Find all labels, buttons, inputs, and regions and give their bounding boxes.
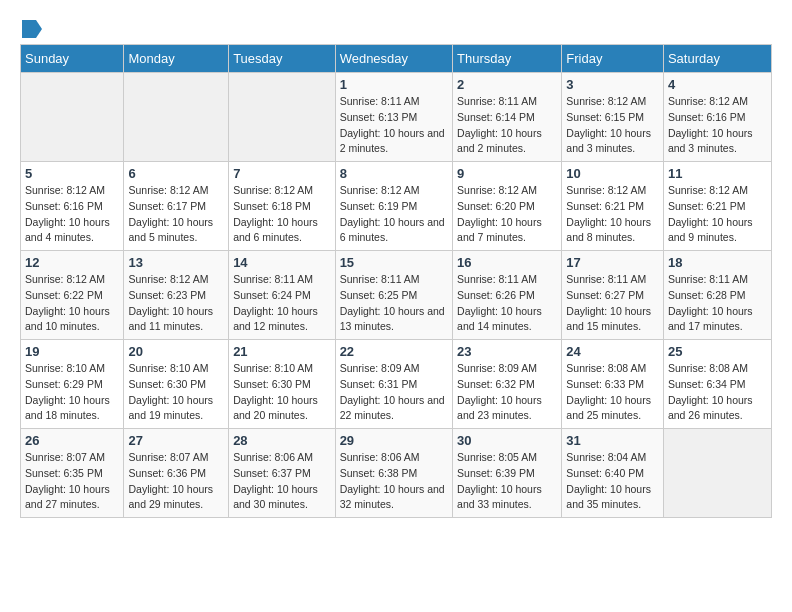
day-number: 20	[128, 344, 224, 359]
day-number: 11	[668, 166, 767, 181]
day-cell: 12Sunrise: 8:12 AMSunset: 6:22 PMDayligh…	[21, 251, 124, 340]
day-number: 31	[566, 433, 659, 448]
day-number: 1	[340, 77, 448, 92]
day-cell: 30Sunrise: 8:05 AMSunset: 6:39 PMDayligh…	[453, 429, 562, 518]
weekday-header-friday: Friday	[562, 45, 664, 73]
day-cell: 18Sunrise: 8:11 AMSunset: 6:28 PMDayligh…	[663, 251, 771, 340]
day-number: 8	[340, 166, 448, 181]
day-info: Sunrise: 8:11 AMSunset: 6:25 PMDaylight:…	[340, 272, 448, 335]
week-row-4: 19Sunrise: 8:10 AMSunset: 6:29 PMDayligh…	[21, 340, 772, 429]
weekday-header-row: SundayMondayTuesdayWednesdayThursdayFrid…	[21, 45, 772, 73]
day-number: 19	[25, 344, 119, 359]
day-info: Sunrise: 8:04 AMSunset: 6:40 PMDaylight:…	[566, 450, 659, 513]
day-cell: 14Sunrise: 8:11 AMSunset: 6:24 PMDayligh…	[229, 251, 336, 340]
day-info: Sunrise: 8:12 AMSunset: 6:16 PMDaylight:…	[25, 183, 119, 246]
day-info: Sunrise: 8:11 AMSunset: 6:27 PMDaylight:…	[566, 272, 659, 335]
day-number: 23	[457, 344, 557, 359]
day-cell	[21, 73, 124, 162]
weekday-header-tuesday: Tuesday	[229, 45, 336, 73]
day-info: Sunrise: 8:10 AMSunset: 6:30 PMDaylight:…	[233, 361, 331, 424]
day-info: Sunrise: 8:09 AMSunset: 6:32 PMDaylight:…	[457, 361, 557, 424]
day-info: Sunrise: 8:12 AMSunset: 6:15 PMDaylight:…	[566, 94, 659, 157]
day-cell: 10Sunrise: 8:12 AMSunset: 6:21 PMDayligh…	[562, 162, 664, 251]
day-info: Sunrise: 8:11 AMSunset: 6:13 PMDaylight:…	[340, 94, 448, 157]
day-info: Sunrise: 8:12 AMSunset: 6:22 PMDaylight:…	[25, 272, 119, 335]
day-number: 16	[457, 255, 557, 270]
day-cell: 7Sunrise: 8:12 AMSunset: 6:18 PMDaylight…	[229, 162, 336, 251]
day-info: Sunrise: 8:11 AMSunset: 6:28 PMDaylight:…	[668, 272, 767, 335]
day-cell: 11Sunrise: 8:12 AMSunset: 6:21 PMDayligh…	[663, 162, 771, 251]
day-number: 24	[566, 344, 659, 359]
day-info: Sunrise: 8:10 AMSunset: 6:29 PMDaylight:…	[25, 361, 119, 424]
day-cell: 19Sunrise: 8:10 AMSunset: 6:29 PMDayligh…	[21, 340, 124, 429]
day-cell	[229, 73, 336, 162]
day-cell: 26Sunrise: 8:07 AMSunset: 6:35 PMDayligh…	[21, 429, 124, 518]
day-info: Sunrise: 8:12 AMSunset: 6:23 PMDaylight:…	[128, 272, 224, 335]
day-number: 21	[233, 344, 331, 359]
day-info: Sunrise: 8:12 AMSunset: 6:16 PMDaylight:…	[668, 94, 767, 157]
week-row-1: 1Sunrise: 8:11 AMSunset: 6:13 PMDaylight…	[21, 73, 772, 162]
day-info: Sunrise: 8:10 AMSunset: 6:30 PMDaylight:…	[128, 361, 224, 424]
day-cell: 29Sunrise: 8:06 AMSunset: 6:38 PMDayligh…	[335, 429, 452, 518]
day-number: 29	[340, 433, 448, 448]
day-number: 28	[233, 433, 331, 448]
day-info: Sunrise: 8:12 AMSunset: 6:21 PMDaylight:…	[668, 183, 767, 246]
day-cell: 9Sunrise: 8:12 AMSunset: 6:20 PMDaylight…	[453, 162, 562, 251]
calendar-table: SundayMondayTuesdayWednesdayThursdayFrid…	[20, 44, 772, 518]
day-info: Sunrise: 8:11 AMSunset: 6:26 PMDaylight:…	[457, 272, 557, 335]
week-row-3: 12Sunrise: 8:12 AMSunset: 6:22 PMDayligh…	[21, 251, 772, 340]
day-info: Sunrise: 8:09 AMSunset: 6:31 PMDaylight:…	[340, 361, 448, 424]
day-cell: 4Sunrise: 8:12 AMSunset: 6:16 PMDaylight…	[663, 73, 771, 162]
day-cell: 1Sunrise: 8:11 AMSunset: 6:13 PMDaylight…	[335, 73, 452, 162]
day-number: 26	[25, 433, 119, 448]
weekday-header-wednesday: Wednesday	[335, 45, 452, 73]
day-cell: 15Sunrise: 8:11 AMSunset: 6:25 PMDayligh…	[335, 251, 452, 340]
day-cell: 25Sunrise: 8:08 AMSunset: 6:34 PMDayligh…	[663, 340, 771, 429]
day-number: 9	[457, 166, 557, 181]
day-cell: 22Sunrise: 8:09 AMSunset: 6:31 PMDayligh…	[335, 340, 452, 429]
day-info: Sunrise: 8:12 AMSunset: 6:19 PMDaylight:…	[340, 183, 448, 246]
day-cell	[663, 429, 771, 518]
day-info: Sunrise: 8:11 AMSunset: 6:24 PMDaylight:…	[233, 272, 331, 335]
weekday-header-monday: Monday	[124, 45, 229, 73]
day-number: 14	[233, 255, 331, 270]
day-cell	[124, 73, 229, 162]
day-cell: 5Sunrise: 8:12 AMSunset: 6:16 PMDaylight…	[21, 162, 124, 251]
logo	[20, 20, 44, 34]
day-cell: 20Sunrise: 8:10 AMSunset: 6:30 PMDayligh…	[124, 340, 229, 429]
day-cell: 17Sunrise: 8:11 AMSunset: 6:27 PMDayligh…	[562, 251, 664, 340]
day-number: 7	[233, 166, 331, 181]
day-info: Sunrise: 8:06 AMSunset: 6:37 PMDaylight:…	[233, 450, 331, 513]
day-cell: 23Sunrise: 8:09 AMSunset: 6:32 PMDayligh…	[453, 340, 562, 429]
day-number: 10	[566, 166, 659, 181]
day-number: 17	[566, 255, 659, 270]
day-info: Sunrise: 8:11 AMSunset: 6:14 PMDaylight:…	[457, 94, 557, 157]
day-info: Sunrise: 8:07 AMSunset: 6:35 PMDaylight:…	[25, 450, 119, 513]
day-number: 5	[25, 166, 119, 181]
day-number: 18	[668, 255, 767, 270]
day-cell: 6Sunrise: 8:12 AMSunset: 6:17 PMDaylight…	[124, 162, 229, 251]
day-number: 6	[128, 166, 224, 181]
day-cell: 3Sunrise: 8:12 AMSunset: 6:15 PMDaylight…	[562, 73, 664, 162]
day-info: Sunrise: 8:12 AMSunset: 6:21 PMDaylight:…	[566, 183, 659, 246]
svg-marker-0	[22, 20, 42, 38]
day-number: 4	[668, 77, 767, 92]
day-number: 27	[128, 433, 224, 448]
day-number: 3	[566, 77, 659, 92]
day-number: 25	[668, 344, 767, 359]
day-cell: 28Sunrise: 8:06 AMSunset: 6:37 PMDayligh…	[229, 429, 336, 518]
day-info: Sunrise: 8:07 AMSunset: 6:36 PMDaylight:…	[128, 450, 224, 513]
day-number: 2	[457, 77, 557, 92]
day-number: 13	[128, 255, 224, 270]
day-cell: 21Sunrise: 8:10 AMSunset: 6:30 PMDayligh…	[229, 340, 336, 429]
day-info: Sunrise: 8:05 AMSunset: 6:39 PMDaylight:…	[457, 450, 557, 513]
day-info: Sunrise: 8:12 AMSunset: 6:18 PMDaylight:…	[233, 183, 331, 246]
day-cell: 2Sunrise: 8:11 AMSunset: 6:14 PMDaylight…	[453, 73, 562, 162]
day-info: Sunrise: 8:08 AMSunset: 6:34 PMDaylight:…	[668, 361, 767, 424]
page-header	[20, 20, 772, 34]
weekday-header-saturday: Saturday	[663, 45, 771, 73]
weekday-header-thursday: Thursday	[453, 45, 562, 73]
day-info: Sunrise: 8:08 AMSunset: 6:33 PMDaylight:…	[566, 361, 659, 424]
day-info: Sunrise: 8:12 AMSunset: 6:17 PMDaylight:…	[128, 183, 224, 246]
day-cell: 13Sunrise: 8:12 AMSunset: 6:23 PMDayligh…	[124, 251, 229, 340]
